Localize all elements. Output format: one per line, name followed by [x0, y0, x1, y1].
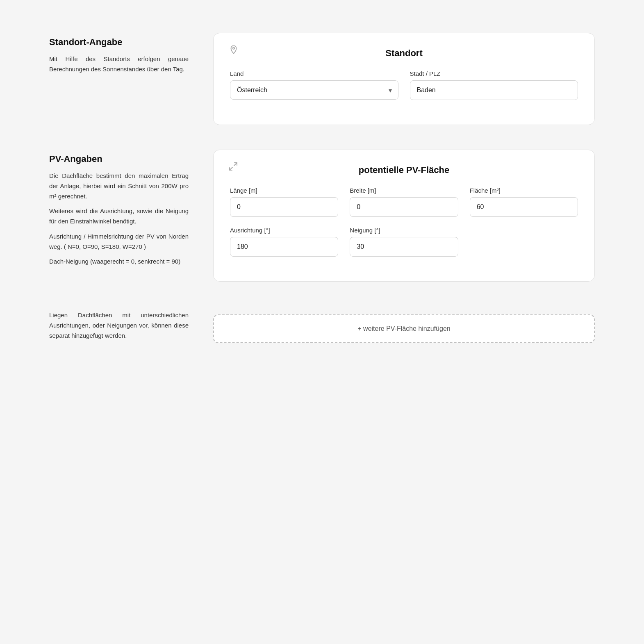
ausrichtung-group: Ausrichtung [°] — [230, 227, 338, 257]
laenge-label: Länge [m] — [230, 187, 338, 194]
add-pv-button[interactable]: + weitere PV-Fläche hinzufügen — [213, 314, 595, 343]
pv-description-4: Dach-Neigung (waagerecht = 0, senkrecht … — [49, 257, 189, 267]
neigung-group: Neigung [°] — [350, 227, 458, 257]
pv-description-1: Die Dachfläche bestimmt den maximalen Er… — [49, 171, 189, 201]
location-icon — [228, 45, 239, 58]
flaeche-label: Fläche [m²] — [470, 187, 578, 194]
standort-section: Standort-Angabe Mit Hilfe des Standorts … — [49, 33, 595, 125]
ausrichtung-label: Ausrichtung [°] — [230, 227, 338, 234]
land-select-wrapper[interactable]: Österreich Deutschland Schweiz — [230, 80, 398, 100]
standort-heading: Standort-Angabe — [49, 37, 189, 48]
flaeche-input[interactable] — [470, 197, 578, 217]
add-right: + weitere PV-Fläche hinzufügen — [213, 306, 595, 343]
pv-heading: PV-Angaben — [49, 154, 189, 164]
svg-line-2 — [230, 167, 232, 170]
pv-form-row-1: Länge [m] Breite [m] Fläche [m²] — [230, 187, 578, 217]
expand-icon — [228, 162, 238, 173]
breite-group: Breite [m] — [350, 187, 458, 217]
svg-point-0 — [233, 48, 234, 49]
pv-description-3: Ausrichtung / Himmelsrichtung der PV von… — [49, 232, 189, 252]
stadt-group: Stadt / PLZ — [410, 70, 578, 100]
pv-section: PV-Angaben Die Dachfläche bestimmt den m… — [49, 150, 595, 282]
add-left: Liegen Dachflächen mit unterschiedlichen… — [49, 306, 189, 346]
standort-card: Standort Land Österreich Deutschland Sch… — [213, 33, 595, 125]
ausrichtung-input[interactable] — [230, 237, 338, 257]
land-select[interactable]: Österreich Deutschland Schweiz — [230, 80, 398, 100]
neigung-label: Neigung [°] — [350, 227, 458, 234]
standort-card-title: Standort — [230, 48, 578, 59]
stadt-input[interactable] — [410, 80, 578, 100]
flaeche-group: Fläche [m²] — [470, 187, 578, 217]
breite-input[interactable] — [350, 197, 458, 217]
neigung-input[interactable] — [350, 237, 458, 257]
pv-right: potentielle PV-Fläche Länge [m] Breite [… — [213, 150, 595, 282]
land-group: Land Österreich Deutschland Schweiz — [230, 70, 398, 100]
add-description: Liegen Dachflächen mit unterschiedlichen… — [49, 310, 189, 341]
land-label: Land — [230, 70, 398, 77]
breite-label: Breite [m] — [350, 187, 458, 194]
laenge-input[interactable] — [230, 197, 338, 217]
standort-right: Standort Land Österreich Deutschland Sch… — [213, 33, 595, 125]
standort-left: Standort-Angabe Mit Hilfe des Standorts … — [49, 33, 189, 80]
pv-card-title: potentielle PV-Fläche — [230, 165, 578, 175]
add-pv-section: Liegen Dachflächen mit unterschiedlichen… — [49, 306, 595, 346]
standort-description: Mit Hilfe des Standorts erfolgen genaue … — [49, 54, 189, 75]
pv-card: potentielle PV-Fläche Länge [m] Breite [… — [213, 150, 595, 282]
pv-left: PV-Angaben Die Dachfläche bestimmt den m… — [49, 150, 189, 272]
svg-line-1 — [234, 163, 237, 166]
stadt-label: Stadt / PLZ — [410, 70, 578, 77]
pv-description-2: Weiteres wird die Ausrichtung, sowie die… — [49, 206, 189, 227]
pv-form-row-2: Ausrichtung [°] Neigung [°] — [230, 227, 578, 257]
laenge-group: Länge [m] — [230, 187, 338, 217]
standort-form-row: Land Österreich Deutschland Schweiz Stad… — [230, 70, 578, 100]
